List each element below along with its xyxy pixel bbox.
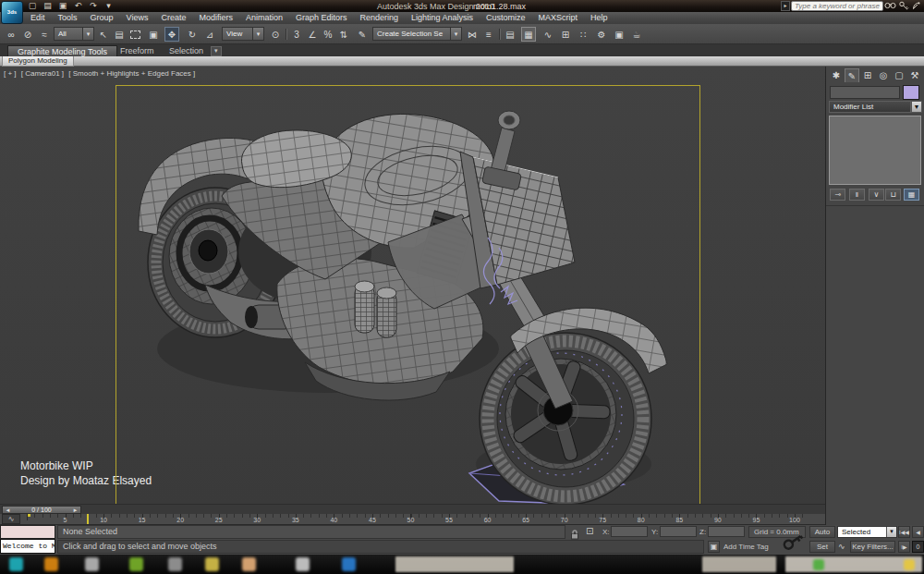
- menu-item-group[interactable]: Group: [84, 12, 120, 24]
- next-key-icon[interactable]: Ι▶: [898, 541, 910, 553]
- qat-dropdown-icon[interactable]: ▾: [103, 0, 116, 12]
- menu-item-rendering[interactable]: Rendering: [354, 12, 406, 24]
- add-time-tag[interactable]: Add Time Tag: [723, 543, 769, 551]
- set-key-curve-icon[interactable]: ∿: [838, 542, 845, 551]
- reference-coordinate-system-dropdown[interactable]: View▾: [222, 27, 264, 41]
- menu-item-customize[interactable]: Customize: [480, 12, 532, 24]
- dropdown-arrow-icon[interactable]: ▼: [886, 527, 896, 537]
- ribbon-minimize-icon[interactable]: ▾: [211, 46, 222, 56]
- viewport-camera-menu[interactable]: [ Camera01 ]: [21, 69, 64, 78]
- application-button[interactable]: 3ds: [1, 1, 23, 24]
- set-key-button[interactable]: Set Key: [809, 541, 835, 553]
- tab-modify-icon[interactable]: ✎: [845, 68, 859, 82]
- graphite-modeling-toggle-icon[interactable]: ▦: [521, 27, 536, 42]
- rectangular-selection-region-icon[interactable]: [130, 31, 140, 39]
- previous-frame-button-icon[interactable]: ◀: [912, 526, 924, 538]
- tab-utilities-icon[interactable]: ⚒: [907, 68, 922, 82]
- menu-item-graph-editors[interactable]: Graph Editors: [289, 12, 354, 24]
- undo-icon[interactable]: ↶: [72, 0, 85, 12]
- time-slider-track[interactable]: ◄ 0 / 100 ►: [0, 504, 825, 514]
- current-frame-marker[interactable]: [87, 514, 89, 524]
- select-and-link-icon[interactable]: ∞: [4, 27, 18, 42]
- use-pivot-point-icon[interactable]: ⊙: [268, 27, 283, 42]
- taskbar-app-icon[interactable]: [904, 559, 915, 570]
- taskbar-app-icon[interactable]: [85, 557, 99, 571]
- set-keys-key-icon[interactable]: [783, 529, 807, 555]
- curve-editor-icon[interactable]: ∿: [541, 27, 555, 42]
- menu-item-edit[interactable]: Edit: [24, 12, 52, 24]
- select-object-icon[interactable]: ↖: [96, 27, 111, 42]
- taskbar-app-icon[interactable]: [129, 557, 143, 571]
- track-bar[interactable]: ∿ 51015202530354045505560657075808590951…: [0, 514, 825, 525]
- edit-named-selection-sets-icon[interactable]: ✎: [355, 27, 370, 42]
- menu-item-tools[interactable]: Tools: [52, 12, 84, 24]
- schematic-view-icon[interactable]: ⊞: [558, 27, 573, 42]
- taskbar-app-icon[interactable]: [242, 557, 256, 571]
- maxscript-mini-listener[interactable]: Welcome to M: [0, 539, 55, 554]
- search-binoculars-icon[interactable]: [882, 1, 897, 12]
- motorcycle-model[interactable]: [0, 67, 825, 504]
- menu-item-help[interactable]: Help: [584, 12, 614, 24]
- object-name-field[interactable]: [830, 86, 900, 99]
- render-production-icon[interactable]: ☕: [629, 27, 644, 42]
- auto-key-button[interactable]: Auto Key: [809, 526, 835, 538]
- taskbar-window-group[interactable]: [702, 556, 776, 572]
- configure-modifier-sets-icon[interactable]: ▦: [904, 189, 919, 201]
- x-coordinate-field[interactable]: [611, 526, 648, 537]
- menu-item-create[interactable]: Create: [154, 12, 192, 24]
- show-end-result-icon[interactable]: ‖: [849, 189, 865, 201]
- material-editor-icon[interactable]: ∷: [576, 27, 590, 42]
- selection-set-dropdown[interactable]: Selected▼: [837, 526, 897, 538]
- select-and-scale-icon[interactable]: ⊿: [202, 27, 217, 42]
- macro-recorder-field[interactable]: [0, 525, 55, 539]
- next-frame-icon[interactable]: ►: [71, 507, 79, 514]
- make-unique-icon[interactable]: ∨: [869, 189, 884, 201]
- spinner-snap-icon[interactable]: ⇅: [336, 27, 351, 42]
- remove-modifier-icon[interactable]: ⊔: [885, 189, 901, 201]
- time-slider-handle[interactable]: ◄ 0 / 100 ►: [2, 506, 81, 514]
- menu-item-views[interactable]: Views: [120, 12, 155, 24]
- named-selection-sets-dropdown[interactable]: Create Selection Se▾: [372, 27, 462, 41]
- select-and-rotate-icon[interactable]: ↻: [185, 27, 200, 42]
- layer-manager-icon[interactable]: ▤: [503, 27, 517, 42]
- redo-icon[interactable]: ↷: [87, 0, 100, 12]
- viewport-pov-menu[interactable]: [ + ]: [4, 69, 17, 78]
- open-file-icon[interactable]: ▤: [42, 0, 55, 12]
- modifier-list-dropdown[interactable]: Modifier List: [829, 101, 911, 113]
- object-color-swatch[interactable]: [903, 85, 919, 100]
- unlink-selection-icon[interactable]: ⊘: [20, 27, 35, 42]
- modifier-list-arrow-icon[interactable]: ▼: [911, 101, 922, 113]
- align-icon[interactable]: ≡: [481, 27, 496, 42]
- menu-item-maxscript[interactable]: MAXScript: [532, 12, 585, 24]
- transform-gizmo-icon[interactable]: ⊡: [586, 526, 593, 536]
- taskbar-window-group[interactable]: [785, 556, 922, 572]
- tab-selection[interactable]: Selection: [160, 45, 213, 56]
- previous-frame-icon[interactable]: ◄: [4, 507, 12, 514]
- taskbar-window-group[interactable]: [395, 556, 514, 572]
- z-coordinate-field[interactable]: [708, 526, 745, 537]
- window-crossing-icon[interactable]: ▣: [146, 27, 161, 42]
- dropdown-arrow-icon[interactable]: ▾: [450, 28, 461, 40]
- snaps-toggle-icon[interactable]: 3: [289, 27, 304, 42]
- tab-freeform[interactable]: Freeform: [111, 45, 164, 56]
- taskbar-app-icon[interactable]: [205, 557, 219, 571]
- key-filters-button[interactable]: Key Filters...: [850, 541, 895, 553]
- select-and-move-icon[interactable]: ✥: [164, 27, 179, 42]
- taskbar-app-icon[interactable]: [342, 557, 356, 571]
- angle-snap-icon[interactable]: ∠: [305, 27, 320, 42]
- menu-item-lighting-analysis[interactable]: Lighting Analysis: [405, 12, 480, 24]
- tab-graphite-modeling-tools[interactable]: Graphite Modeling Tools: [7, 45, 117, 56]
- y-coordinate-field[interactable]: [660, 526, 697, 537]
- dropdown-arrow-icon[interactable]: ▾: [82, 28, 93, 40]
- save-file-icon[interactable]: ▣: [56, 0, 69, 12]
- infocenter-arrow-icon[interactable]: ▸: [781, 1, 790, 11]
- taskbar-app-icon[interactable]: [813, 559, 824, 570]
- dropdown-arrow-icon[interactable]: ▾: [252, 28, 263, 40]
- menu-item-modifiers[interactable]: Modifiers: [192, 12, 239, 24]
- percent-snap-icon[interactable]: %: [321, 27, 335, 42]
- taskbar-app-icon[interactable]: [9, 557, 23, 571]
- taskbar-app-icon[interactable]: [168, 557, 182, 571]
- tab-hierarchy-icon[interactable]: ⊞: [860, 68, 875, 82]
- time-tag-icon[interactable]: ▣: [708, 541, 720, 553]
- menu-item-animation[interactable]: Animation: [239, 12, 289, 24]
